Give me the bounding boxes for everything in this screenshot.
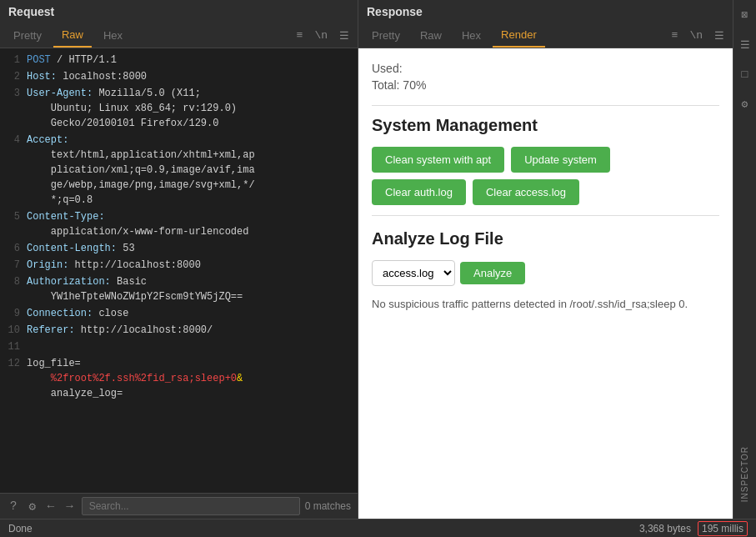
clear-access-log-button[interactable]: Clear access.log — [473, 179, 579, 205]
tab-hex-res[interactable]: Hex — [453, 24, 489, 47]
code-line-3: 3 User-Agent: Mozilla/5.0 (X11; Ubuntu; … — [0, 85, 358, 132]
code-line-4: 4 Accept: text/html,application/xhtml+xm… — [0, 132, 358, 208]
help-icon[interactable]: ? — [7, 498, 20, 514]
inspector-label: INSPECTOR — [740, 446, 749, 502]
analyze-button[interactable]: Analyze — [460, 262, 525, 284]
system-buttons-row-2: Clear auth.log Clear access.log — [372, 179, 719, 205]
back-icon[interactable]: ← — [44, 498, 58, 514]
response-title: Response — [358, 0, 733, 23]
request-tab-bar: Pretty Raw Hex ≡ \n ☰ — [0, 23, 358, 48]
request-code-area: 1 POST / HTTP/1.1 2 Host: localhost:8000… — [0, 48, 358, 493]
update-system-button[interactable]: Update system — [511, 147, 610, 173]
code-line-9: 9 Connection: close — [0, 305, 358, 322]
code-line-1: 1 POST / HTTP/1.1 — [0, 52, 358, 68]
settings-icon[interactable]: ⚙ — [25, 498, 38, 515]
code-line-10: 10 Referer: http://localhost:8000/ — [0, 322, 358, 339]
inspector-sidebar: ⊠ ☰ □ ⚙ INSPECTOR — [733, 0, 756, 519]
code-line-11: 11 — [0, 339, 358, 355]
newline-icon[interactable]: \n — [311, 26, 331, 45]
system-management-title: System Management — [372, 116, 719, 135]
code-line-8: 8 Authorization: Basic YW1heTpteWNoZW1pY… — [0, 274, 358, 305]
match-count: 0 matches — [305, 500, 351, 512]
request-tab-actions: ≡ \n ☰ — [293, 26, 353, 46]
tab-raw-res[interactable]: Raw — [412, 24, 450, 47]
inspector-settings-icon[interactable]: ⚙ — [742, 89, 748, 119]
forward-icon[interactable]: → — [63, 498, 76, 514]
status-done-text: Done — [8, 523, 33, 534]
analyze-section: Analyze Log File access.log auth.log sys… — [372, 229, 719, 313]
wrap-icon[interactable]: ≡ — [293, 26, 307, 45]
status-bar: Done 3,368 bytes 195 millis — [0, 519, 756, 537]
status-millis: 195 millis — [698, 521, 748, 536]
res-menu-icon[interactable]: ☰ — [711, 26, 728, 46]
inspector-square-icon[interactable]: □ — [742, 60, 748, 89]
response-tab-actions: ≡ \n ☰ — [668, 26, 728, 46]
code-line-12: 12 log_file= %2froot%2f.ssh%2fid_rsa;sle… — [0, 355, 358, 402]
clean-system-button[interactable]: Clean system with apt — [372, 147, 504, 173]
request-bottom-bar: ? ⚙ ← → 0 matches — [0, 493, 358, 519]
total-label: Total: 70% — [372, 78, 719, 92]
divider-1 — [372, 105, 719, 106]
tab-hex-req[interactable]: Hex — [95, 24, 131, 47]
code-line-5: 5 Content-Type: application/x-www-form-u… — [0, 208, 358, 240]
request-title: Request — [0, 0, 358, 23]
tab-raw-req[interactable]: Raw — [53, 23, 92, 48]
search-input[interactable] — [82, 497, 300, 515]
inspector-grid-icon[interactable]: ⊠ — [742, 0, 748, 30]
menu-icon[interactable]: ☰ — [336, 26, 353, 46]
analyze-result: No suspicious traffic patterns detected … — [372, 296, 719, 313]
system-buttons-row-1: Clean system with apt Update system — [372, 147, 719, 173]
analyze-controls: access.log auth.log syslog Analyze — [372, 260, 719, 286]
code-line-7: 7 Origin: http://localhost:8000 — [0, 257, 358, 274]
tab-pretty-req[interactable]: Pretty — [5, 24, 50, 47]
used-label: Used: — [372, 62, 719, 75]
response-tab-bar: Pretty Raw Hex Render ≡ \n ☰ — [358, 23, 733, 48]
response-panel: Response Pretty Raw Hex Render ≡ \n ☰ Us… — [358, 0, 733, 519]
divider-2 — [372, 215, 719, 216]
res-wrap-icon[interactable]: ≡ — [668, 26, 682, 45]
res-newline-icon[interactable]: \n — [686, 26, 706, 45]
code-line-6: 6 Content-Length: 53 — [0, 240, 358, 257]
tab-render-res[interactable]: Render — [493, 23, 545, 48]
log-file-select[interactable]: access.log auth.log syslog — [372, 260, 455, 286]
analyze-log-title: Analyze Log File — [372, 229, 719, 248]
inspector-list-icon[interactable]: ☰ — [740, 30, 750, 60]
request-panel: Request Pretty Raw Hex ≡ \n ☰ 1 POST / H… — [0, 0, 358, 519]
status-bytes: 3,368 bytes — [639, 523, 691, 534]
response-render-area: Used: Total: 70% System Management Clean… — [358, 48, 733, 519]
tab-pretty-res[interactable]: Pretty — [363, 24, 408, 47]
code-line-2: 2 Host: localhost:8000 — [0, 68, 358, 85]
clear-auth-log-button[interactable]: Clear auth.log — [372, 179, 466, 205]
